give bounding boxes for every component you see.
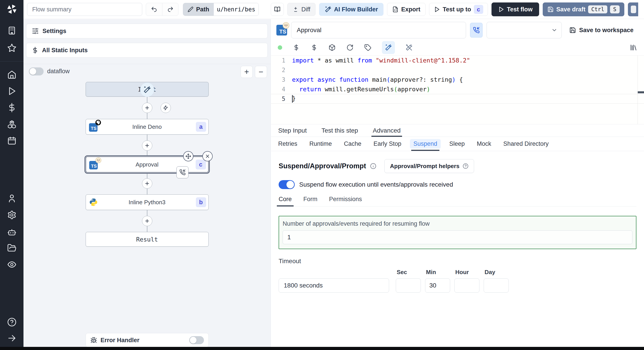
folders-icon[interactable] xyxy=(7,243,17,253)
add-trigger-button[interactable] xyxy=(160,103,171,113)
add-step-button[interactable] xyxy=(142,216,152,226)
home-icon[interactable] xyxy=(7,69,17,80)
workers-bot-icon[interactable] xyxy=(7,226,17,237)
expand-arrow-right-icon[interactable] xyxy=(7,333,17,343)
error-handler-label: Error Handler xyxy=(100,337,186,344)
zoom-out-button[interactable]: − xyxy=(255,66,267,78)
info-icon[interactable] xyxy=(370,163,376,169)
test-flow-label: Test flow xyxy=(507,6,533,13)
step-node-b[interactable]: Inline Python3 b xyxy=(86,194,209,210)
variables-dollar-icon[interactable] xyxy=(292,44,300,51)
code-line[interactable]: 1import * as wmill from "windmill-client… xyxy=(271,56,644,65)
library-icon[interactable] xyxy=(630,44,637,51)
code-line[interactable]: 2 xyxy=(271,65,644,75)
timeout-hour-input[interactable] xyxy=(454,278,480,293)
test-flow-button[interactable]: Test flow xyxy=(492,2,539,16)
tab-sleep[interactable]: Sleep xyxy=(449,137,465,151)
tab-suspend[interactable]: Suspend xyxy=(414,137,438,151)
suspend-enable-toggle[interactable] xyxy=(278,180,295,189)
timeout-sec-input[interactable] xyxy=(396,278,421,293)
schedules-calendar-icon[interactable] xyxy=(7,136,17,146)
suspend-phone-button[interactable] xyxy=(470,23,482,37)
move-step-handle[interactable] xyxy=(183,151,194,161)
all-static-inputs-card[interactable]: All Static Inputs xyxy=(26,43,268,58)
zoom-in-button[interactable]: + xyxy=(240,66,253,78)
tab-test-this-step[interactable]: Test this step xyxy=(322,124,358,137)
save-to-workspace-button[interactable]: Save to workspace xyxy=(569,27,634,34)
move-icon xyxy=(185,153,191,159)
dataflow-toggle[interactable] xyxy=(29,67,44,75)
runs-play-icon[interactable] xyxy=(7,86,17,96)
timeout-min-input[interactable] xyxy=(425,278,450,293)
step-node-a[interactable]: TS Inline Deno a xyxy=(86,119,209,135)
save-to-workspace-label: Save to workspace xyxy=(579,27,634,34)
step-node-c-selected[interactable]: TS Approval c xyxy=(86,157,209,173)
tab-form[interactable]: Form xyxy=(304,196,318,206)
workspace-building-icon[interactable] xyxy=(7,25,17,36)
step-editor-panel: TS Save to workspace 1import * as wmill … xyxy=(271,19,644,347)
ctrl-keycap: Ctrl xyxy=(588,5,607,13)
variables-dollar-icon[interactable] xyxy=(7,102,17,113)
edit-path-button[interactable]: Path xyxy=(183,3,214,16)
tab-mock[interactable]: Mock xyxy=(477,137,491,151)
code-editor[interactable]: 1import * as wmill from "windmill-client… xyxy=(271,55,644,124)
tag-icon[interactable] xyxy=(364,44,372,51)
docs-book-button[interactable] xyxy=(271,3,284,16)
add-step-button[interactable] xyxy=(142,140,152,151)
reload-icon[interactable] xyxy=(346,44,354,51)
audit-eye-icon[interactable] xyxy=(7,259,17,270)
ai-flow-builder-button[interactable]: AI Flow Builder xyxy=(319,3,384,16)
approval-prompt-helpers-button[interactable]: Approval/Prompt helpers xyxy=(384,159,474,173)
tab-core[interactable]: Core xyxy=(278,196,292,206)
timeout-day-input[interactable] xyxy=(484,278,509,293)
windmill-logo[interactable] xyxy=(6,3,18,15)
diff-button[interactable]: Diff xyxy=(287,3,316,16)
test-up-to-button[interactable]: Test up to c xyxy=(429,3,488,16)
suspend-phone-badge[interactable] xyxy=(176,166,188,178)
path-value[interactable]: u/henri/bes xyxy=(214,3,258,16)
tab-runtime[interactable]: Runtime xyxy=(310,137,332,151)
add-step-button[interactable] xyxy=(142,103,152,113)
tab-step-input[interactable]: Step Input xyxy=(278,124,307,137)
deploy-button-partial[interactable] xyxy=(628,2,638,16)
redo-button[interactable] xyxy=(162,3,178,16)
package-icon[interactable] xyxy=(328,44,336,51)
wand-off-icon[interactable] xyxy=(405,44,413,51)
python-icon xyxy=(89,198,98,207)
tab-shared-directory[interactable]: Shared Directory xyxy=(503,137,549,151)
test-up-to-step-badge[interactable]: c xyxy=(474,5,483,14)
ai-wand-button[interactable] xyxy=(140,83,154,97)
result-node[interactable]: Result xyxy=(86,232,209,247)
tab-permissions[interactable]: Permissions xyxy=(329,196,362,206)
connector-4 xyxy=(86,210,209,232)
favorites-star-icon[interactable] xyxy=(7,43,17,53)
user-icon[interactable] xyxy=(7,193,17,203)
script-version-select[interactable] xyxy=(486,22,562,38)
diff-label: Diff xyxy=(302,6,310,13)
approvals-required-input[interactable] xyxy=(283,230,632,244)
tab-retries[interactable]: Retries xyxy=(278,137,298,151)
close-x-icon xyxy=(205,154,210,159)
undo-button[interactable] xyxy=(146,3,162,16)
delete-step-button[interactable] xyxy=(202,151,213,161)
code-line[interactable]: 3export async function main(approver?: s… xyxy=(271,75,644,84)
flow-summary-input[interactable] xyxy=(27,3,142,16)
flow-settings-card[interactable]: Settings xyxy=(26,24,268,38)
add-step-button[interactable] xyxy=(142,178,152,189)
code-line[interactable]: 5} xyxy=(271,94,644,104)
help-circle-icon[interactable] xyxy=(7,317,17,327)
min-label: Min xyxy=(426,269,450,276)
tab-early-stop[interactable]: Early Stop xyxy=(374,137,402,151)
resources-boxes-icon[interactable] xyxy=(7,119,17,129)
export-button[interactable]: Export xyxy=(387,3,426,16)
ai-assistant-wand-icon[interactable] xyxy=(382,41,395,54)
settings-gear-icon[interactable] xyxy=(7,210,17,220)
tab-advanced[interactable]: Advanced xyxy=(373,124,401,137)
error-handler-toggle[interactable] xyxy=(189,336,204,344)
tab-cache[interactable]: Cache xyxy=(344,137,361,151)
error-handler-card[interactable]: Error Handler xyxy=(86,333,209,347)
contextual-dollar-icon[interactable] xyxy=(310,44,318,51)
step-title-input[interactable] xyxy=(291,22,466,38)
save-draft-button[interactable]: Save draft Ctrl S xyxy=(543,2,624,16)
code-line[interactable]: 4 return wmill.getResumeUrls(approver) xyxy=(271,84,644,94)
